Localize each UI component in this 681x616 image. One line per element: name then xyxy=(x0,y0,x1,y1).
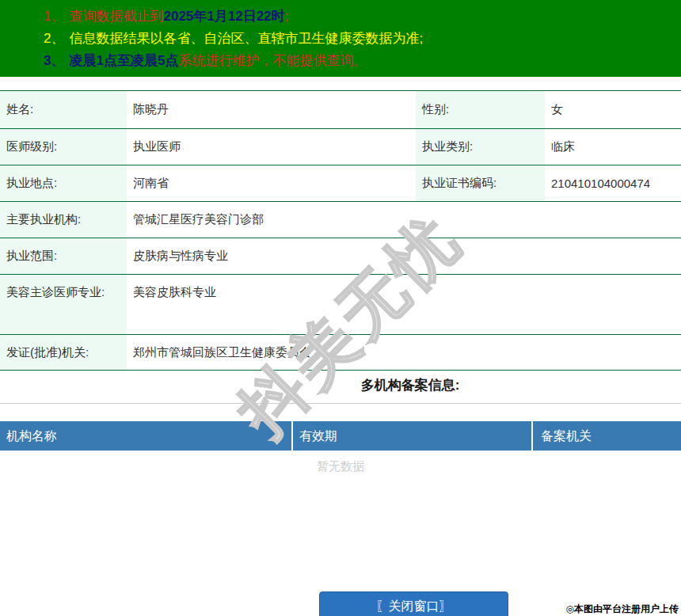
practice-scope-label: 执业范围: xyxy=(0,238,127,275)
notice-line-3-number: 3、 xyxy=(44,53,64,68)
column-header-validity-period: 有效期 xyxy=(293,421,533,451)
notice-line-1-punct: ; xyxy=(285,9,289,24)
close-window-button[interactable]: 〖关闭窗口〗 xyxy=(319,591,508,616)
section-divider xyxy=(0,403,681,404)
multi-org-table-header: 机构名称 有效期 备案机关 xyxy=(0,421,681,451)
issuing-authority-label: 发证(批准)机关: xyxy=(0,335,127,371)
notice-line-1-text: 查询数据截止到 xyxy=(69,9,163,24)
practice-location-label: 执业地点: xyxy=(0,165,127,202)
notice-banner: 1、查询数据截止到2025年1月12日22时; 2、信息数据结果以各省、自治区、… xyxy=(0,0,681,77)
doctor-level-value: 执业医师 xyxy=(127,129,416,165)
doctor-level-label: 医师级别: xyxy=(0,129,127,165)
cosmetic-specialty-label: 美容主诊医师专业: xyxy=(0,275,127,335)
issuing-authority-value: 郑州市管城回族区卫生健康委员会 xyxy=(127,335,681,371)
column-header-institution-name: 机构名称 xyxy=(0,421,293,451)
notice-line-3-maintenance-hours: 凌晨1点至凌晨5点 xyxy=(69,53,178,68)
main-institution-value: 管城汇星医疗美容门诊部 xyxy=(127,202,681,238)
upload-attribution-text: ◎本图由平台注册用户上传 xyxy=(566,603,679,616)
table-row: 执业地点: 河南省 执业证书编码: 210410104000474 xyxy=(0,165,681,202)
doctor-info-table: 姓名: 陈晓丹 性别: 女 医师级别: 执业医师 执业类别: 临床 执业地点: … xyxy=(0,90,681,371)
notice-line-2: 2、信息数据结果以各省、自治区、直辖市卫生健康委数据为准; xyxy=(44,28,681,50)
practice-scope-value: 皮肤病与性病专业 xyxy=(127,238,681,275)
practice-location-value: 河南省 xyxy=(127,165,416,202)
table-row: 医师级别: 执业医师 执业类别: 临床 xyxy=(0,129,681,165)
notice-line-3-text: 系统进行维护，不能提供查询。 xyxy=(178,53,367,68)
column-header-registration-authority: 备案机关 xyxy=(533,421,679,451)
notice-line-1-number: 1、 xyxy=(44,9,64,24)
notice-line-2-number: 2、 xyxy=(44,31,64,46)
table-row: 主要执业机构: 管城汇星医疗美容门诊部 xyxy=(0,202,681,238)
practice-category-value: 临床 xyxy=(545,129,681,165)
certificate-number-label: 执业证书编码: xyxy=(416,165,545,202)
no-data-placeholder: 暂无数据 xyxy=(0,451,681,474)
notice-line-1-deadline: 2025年1月12日22时 xyxy=(163,9,284,24)
name-label: 姓名: xyxy=(0,91,127,129)
table-row: 姓名: 陈晓丹 性别: 女 xyxy=(0,91,681,129)
notice-line-1: 1、查询数据截止到2025年1月12日22时; xyxy=(44,6,681,28)
table-row: 美容主诊医师专业: 美容皮肤科专业 xyxy=(0,275,681,335)
certificate-number-value: 210410104000474 xyxy=(545,165,681,202)
main-institution-label: 主要执业机构: xyxy=(0,202,127,238)
cosmetic-specialty-value: 美容皮肤科专业 xyxy=(127,275,681,335)
table-row: 执业范围: 皮肤病与性病专业 xyxy=(0,238,681,275)
table-row: 发证(批准)机关: 郑州市管城回族区卫生健康委员会 xyxy=(0,335,681,371)
name-value: 陈晓丹 xyxy=(127,91,416,129)
multi-org-section-heading: 多机构备案信息: xyxy=(70,378,681,394)
gender-label: 性别: xyxy=(416,91,545,129)
gender-value: 女 xyxy=(545,91,681,129)
notice-line-3: 3、凌晨1点至凌晨5点系统进行维护，不能提供查询。 xyxy=(44,50,681,72)
notice-line-2-text: 信息数据结果以各省、自治区、直辖市卫生健康委数据为准; xyxy=(69,31,423,46)
practice-category-label: 执业类别: xyxy=(416,129,545,165)
